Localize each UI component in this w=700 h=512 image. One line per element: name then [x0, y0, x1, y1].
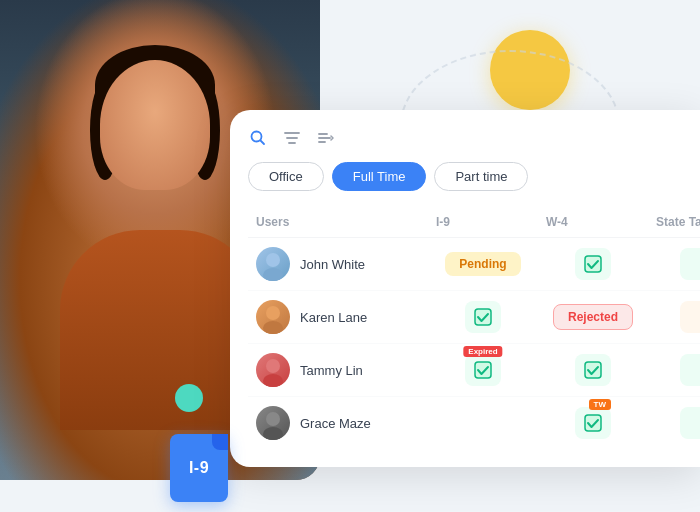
tab-fulltime[interactable]: Full Time — [332, 162, 427, 191]
w4-check-john — [575, 248, 611, 280]
table-row: Grace Maze TW — [248, 397, 700, 449]
i9-doc-label: I-9 — [189, 459, 209, 477]
w4-cell-karen: Rejected — [538, 300, 648, 334]
svg-point-15 — [263, 374, 283, 387]
statetax-cell-john — [648, 244, 700, 284]
i9-cell-tammy: Expired — [428, 350, 538, 390]
teal-circle-decoration — [175, 384, 203, 412]
statetax-empty-tammy — [680, 354, 700, 386]
user-cell-grace: Grace Maze — [248, 406, 428, 440]
user-name-grace: Grace Maze — [300, 416, 371, 431]
table-row: Tammy Lin Expired — [248, 344, 700, 397]
svg-point-12 — [263, 321, 283, 334]
toolbar — [248, 128, 700, 148]
avatar-grace — [256, 406, 290, 440]
svg-point-9 — [263, 268, 283, 281]
col-users: Users — [248, 215, 428, 229]
svg-point-11 — [266, 306, 280, 320]
main-card: Office Full Time Part time Users I-9 W-4… — [230, 110, 700, 467]
rejected-badge: Rejected — [553, 304, 633, 330]
svg-point-19 — [263, 427, 283, 440]
person-head — [100, 60, 210, 190]
avatar-tammy — [256, 353, 290, 387]
filter-icon[interactable] — [282, 128, 302, 148]
user-cell-john: John White — [248, 247, 428, 281]
statetax-empty-grace — [680, 407, 700, 439]
w4-check-grace — [575, 407, 611, 439]
statetax-orange-karen — [680, 301, 700, 333]
tab-parttime[interactable]: Part time — [434, 162, 528, 191]
col-statetax: State Tax — [648, 215, 700, 229]
pending-badge: Pending — [445, 252, 520, 276]
user-cell-karen: Karen Lane — [248, 300, 428, 334]
svg-point-18 — [266, 412, 280, 426]
i9-check-tammy — [465, 354, 501, 386]
w4-check-tammy — [575, 354, 611, 386]
tw-tag: TW — [589, 399, 611, 410]
svg-line-1 — [261, 141, 265, 145]
i9-cell-karen — [428, 297, 538, 337]
user-cell-tammy: Tammy Lin — [248, 353, 428, 387]
statetax-cell-tammy — [648, 350, 700, 390]
table-row: John White Pending — [248, 238, 700, 291]
w4-tw-grace: TW — [575, 407, 611, 439]
statetax-empty-john — [680, 248, 700, 280]
user-name-karen: Karen Lane — [300, 310, 367, 325]
w4-cell-john — [538, 244, 648, 284]
i9-expired-tammy: Expired — [465, 354, 501, 386]
i9-check-karen — [465, 301, 501, 333]
users-table: Users I-9 W-4 State Tax John White Pendi… — [248, 207, 700, 449]
sort-icon[interactable] — [316, 128, 336, 148]
col-i9: I-9 — [428, 215, 538, 229]
avatar-john — [256, 247, 290, 281]
w4-cell-grace: TW — [538, 403, 648, 443]
avatar-karen — [256, 300, 290, 334]
col-w4: W-4 — [538, 215, 648, 229]
filter-tabs: Office Full Time Part time — [248, 162, 700, 191]
i9-cell-grace — [428, 419, 538, 427]
statetax-cell-karen — [648, 297, 700, 337]
i9-cell-john: Pending — [428, 248, 538, 280]
w4-cell-tammy — [538, 350, 648, 390]
user-name-john: John White — [300, 257, 365, 272]
table-row: Karen Lane Rejected — [248, 291, 700, 344]
statetax-cell-grace — [648, 403, 700, 443]
svg-point-14 — [266, 359, 280, 373]
avatar-initials-john — [256, 247, 290, 281]
search-icon[interactable] — [248, 128, 268, 148]
svg-point-8 — [266, 253, 280, 267]
tab-office[interactable]: Office — [248, 162, 324, 191]
i9-document: I-9 — [170, 434, 228, 502]
table-header: Users I-9 W-4 State Tax — [248, 207, 700, 238]
expired-tag: Expired — [463, 346, 502, 357]
user-name-tammy: Tammy Lin — [300, 363, 363, 378]
